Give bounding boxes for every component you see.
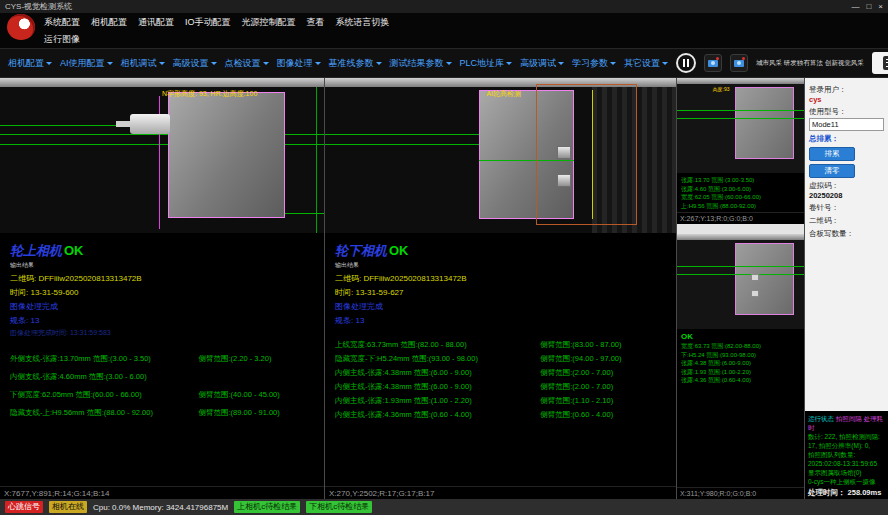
tool-image-processing[interactable]: 图像处理	[277, 57, 321, 70]
preview-measurements: 张露:13.70 范围:(3.00-3.50) 张露:4.60 范围:(3.00…	[677, 173, 804, 212]
lower-camera-result-badge: 下相机c待检结果	[306, 501, 372, 513]
chevron-down-icon	[558, 62, 564, 65]
measurement-range: 侧臂范围:(1.10 - 2.10)	[540, 394, 666, 408]
menu-item-view[interactable]: 查看	[307, 16, 325, 29]
tool-advanced-debug[interactable]: 高级调试	[520, 57, 564, 70]
model-label: 使用型号：	[809, 107, 884, 117]
time-text: 时间: 13-31-59-600	[10, 287, 314, 298]
tool-label: 基准线参数	[329, 57, 374, 70]
model-select[interactable]: Mode11	[809, 118, 884, 131]
stats-console: 运行状态 拍照间隔 处理耗时 数计: 222, 拍照检测间隔: 17, 拍照分辨…	[805, 411, 888, 499]
menu-item-system-config[interactable]: 系统配置	[44, 16, 80, 29]
overlay-line	[677, 266, 804, 267]
measurement-row: 下侧宽度:62.05mm 范围:(60.00 - 66.00)侧臂范围:(40.…	[10, 386, 314, 404]
total-count-label: 总排累：	[809, 134, 884, 144]
result-ok-badge: OK	[64, 243, 84, 258]
tool-plc-address[interactable]: PLC地址库	[460, 57, 513, 70]
grid-tool-button[interactable]	[883, 56, 888, 70]
status-text: 图像处理完成	[335, 301, 666, 312]
tool-learning-params[interactable]: 学习参数	[572, 57, 616, 70]
accumulate-button[interactable]: 排累	[809, 147, 855, 161]
menu-item-comm-config[interactable]: 通讯配置	[138, 16, 174, 29]
measurement-range: 侧臂范围:(83.00 - 87.00)	[540, 338, 666, 352]
stats-line: 数计: 222, 拍照检测间隔:	[808, 432, 885, 441]
measurement-row: 外侧支线-张露:13.70mm 范围:(3.00 - 3.50)侧臂范围:(2.…	[10, 350, 314, 368]
measurement-list: 上线宽度:63.73mm 范围:(82.00 - 88.00)侧臂范围:(83.…	[335, 338, 666, 422]
tool-label: 相机调试	[121, 57, 157, 70]
run-image-label[interactable]: 运行图像	[44, 33, 80, 46]
result-title: 轮上相机	[10, 243, 62, 258]
measurement-row: 隐藏支线-上:H9.56mm 范围:(88.00 - 92.00)侧臂范围:(8…	[10, 404, 314, 422]
menu-item-io-manual[interactable]: IO手动配置	[185, 16, 231, 29]
camera-view-lower[interactable]: AI轮高检测	[325, 78, 676, 233]
camera-lens-icon	[711, 61, 715, 65]
info-panel-fields: 登录用户： cys 使用型号： Mode11 总排累： 排累 清零 虚拟码： 2…	[805, 78, 888, 239]
run-image-row: 运行图像	[0, 31, 888, 48]
camera-snapshot-button[interactable]	[704, 54, 722, 72]
tool-spot-check[interactable]: 点检设置	[225, 57, 269, 70]
metal-rail	[0, 78, 324, 87]
bottom-strip	[0, 515, 888, 522]
tool-camera-debug[interactable]: 相机调试	[121, 57, 165, 70]
tool-label: 相机配置	[8, 57, 44, 70]
minimize-icon[interactable]: —	[851, 0, 859, 13]
roi-rectangle	[536, 84, 638, 225]
preview-line: 下:H5.24 范围:(93.00-98.00)	[681, 351, 800, 360]
chevron-down-icon	[610, 62, 616, 65]
metal-rail	[677, 234, 804, 240]
measurement-row: 隐藏宽度-下:H5.24mm 范围:(93.00 - 98.00)侧臂范围:(9…	[335, 352, 666, 366]
shiny-component	[751, 274, 759, 281]
gauge-text: 规条: 13	[10, 315, 314, 326]
measurement-row: 内侧主线-张露:1.93mm 范围:(1.00 - 2.20)侧臂范围:(1.1…	[335, 394, 666, 408]
inspected-part	[735, 243, 793, 315]
preview-line: 张露:1.93 范围:(1.00-2.20)	[681, 368, 800, 377]
pixel-coords-lower: X:270,Y:2502;R:17;G:17;B:17	[325, 486, 676, 499]
tool-advanced-settings[interactable]: 高级设置	[173, 57, 217, 70]
measurement-row: 内侧主线-张露:4.36mm 范围:(0.60 - 4.00)侧臂范围:(0.6…	[335, 408, 666, 422]
measurement-value: 内侧主线-张露:4.36mm 范围:(0.60 - 4.00)	[335, 408, 540, 422]
measurement-value: 内侧主线-张露:4.38mm 范围:(6.00 - 9.00)	[335, 380, 540, 394]
toolbar: 相机配置 AI使用配置 相机调试 高级设置 点检设置 图像处理 基准线参数 测试…	[0, 48, 888, 78]
camera-online-badge: 相机在线	[49, 501, 87, 513]
results-lower: 轮下相机OK 输出结果 二维码: DFFiiiw2025020813313472…	[325, 233, 676, 486]
probe-tool	[130, 114, 170, 134]
tool-label: 其它设置	[624, 57, 660, 70]
close-icon[interactable]: ×	[878, 0, 883, 13]
measurement-range	[198, 368, 314, 386]
measurement-value: 下侧宽度:62.05mm 范围:(60.00 - 66.00)	[10, 386, 198, 404]
menu-item-camera-config[interactable]: 相机配置	[91, 16, 127, 29]
shiny-component	[751, 290, 759, 297]
menu-item-light-control[interactable]: 光源控制配置	[242, 16, 296, 29]
tool-ai-config[interactable]: AI使用配置	[60, 57, 113, 70]
camera-view-upper[interactable]: N字形高度: 93, HR:边高度:100	[0, 78, 324, 233]
preview-line: 上:H9.56 范围:(88.00-92.00)	[681, 202, 800, 211]
camera-live-button[interactable]	[730, 54, 748, 72]
chevron-down-icon	[446, 62, 452, 65]
preview-line: 宽度:63.73 范围:(82.00-88.00)	[681, 342, 800, 351]
camera-panel-upper: N字形高度: 93, HR:边高度:100 轮上相机OK 输出结果 二维码: D…	[0, 78, 325, 499]
measurement-row: 内侧支线-张露:4.60mm 范围:(3.00 - 6.00)	[10, 368, 314, 386]
tool-other-settings[interactable]: 其它设置	[624, 57, 668, 70]
tool-camera-config[interactable]: 相机配置	[8, 57, 52, 70]
upper-camera-result-badge: 上相机c待检结果	[234, 501, 300, 513]
chevron-down-icon	[46, 62, 52, 65]
preview-card-1: 高度:93 张露:13.70 范围:(3.00-3.50) 张露:4.60 范围…	[677, 78, 804, 224]
clear-button[interactable]: 清零	[809, 164, 855, 178]
menu-item-language[interactable]: 系统语言切换	[336, 16, 390, 29]
gauge-text: 规条: 13	[335, 315, 666, 326]
chevron-down-icon	[506, 62, 512, 65]
virtual-code-value: 20250208	[809, 191, 884, 200]
preview-image-2[interactable]	[677, 234, 804, 329]
measurement-value: 隐藏支线-上:H9.56mm 范围:(88.00 - 92.00)	[10, 404, 198, 422]
preview-image-1[interactable]: 高度:93	[677, 78, 804, 173]
virtual-code-label: 虚拟码：	[809, 181, 884, 191]
preview-line: 张露:4.36 范围:(0.60-4.00)	[681, 376, 800, 385]
pause-button[interactable]	[676, 53, 696, 73]
stats-header-1: 运行状态	[808, 415, 834, 422]
time-text: 时间: 13-31-59-627	[335, 287, 666, 298]
stats-line: 显示图属取场馆(0)	[808, 468, 885, 477]
maximize-icon[interactable]: □	[866, 0, 871, 13]
record-dot-icon	[742, 57, 745, 60]
tool-baseline-params[interactable]: 基准线参数	[329, 57, 382, 70]
tool-test-result-params[interactable]: 测试结果参数	[390, 57, 452, 70]
